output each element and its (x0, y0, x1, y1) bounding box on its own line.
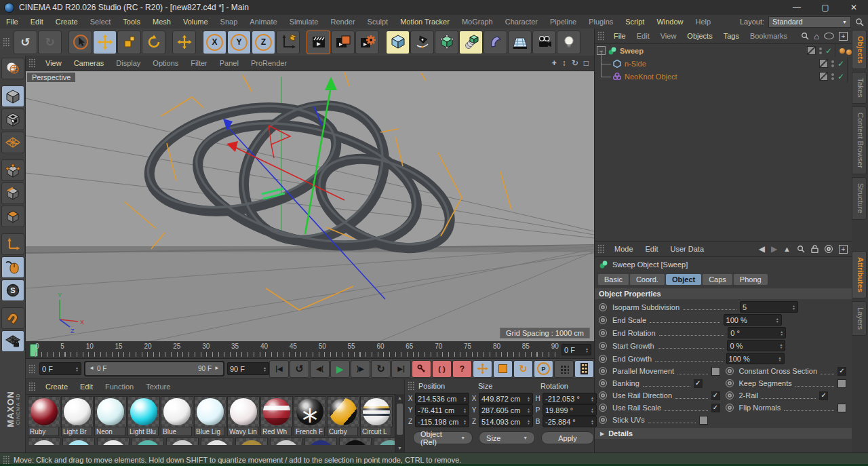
rotation-field[interactable]: -212.053 °▲▼ (542, 393, 597, 404)
keyframe-dot-icon[interactable] (599, 404, 607, 412)
panel-tab[interactable]: Content Browser (852, 106, 867, 174)
current-frame-field[interactable]: 0 F ▲▼ (561, 344, 591, 355)
enable-axis-button[interactable] (1, 233, 24, 255)
keyframe-dot-icon[interactable] (599, 416, 607, 424)
toggle-view-icon[interactable]: □ (584, 58, 589, 68)
spinner[interactable]: ▲▼ (780, 330, 783, 336)
object-row-nside[interactable]: n-Side ✓ (595, 57, 852, 70)
viewport-menu-item[interactable]: Panel (214, 59, 245, 67)
visibility-toggles[interactable] (831, 60, 834, 67)
om-menu-item[interactable]: Objects (682, 32, 717, 40)
autokey-button[interactable]: ( ) (432, 360, 452, 378)
field-input[interactable]: 5 ▲▼ (740, 301, 798, 313)
viewport-menu-item[interactable]: Options (146, 59, 184, 67)
size-field[interactable]: 449.872 cm▲▼ (479, 393, 533, 404)
material-item[interactable]: Red Wh (260, 396, 293, 436)
next-key-button[interactable]: ↻ (371, 360, 391, 378)
material-item[interactable] (339, 438, 372, 445)
floor-environment-button[interactable] (508, 31, 532, 54)
keyframe-dot-icon[interactable] (599, 391, 607, 400)
attribute-tab[interactable]: Caps (703, 274, 732, 285)
material-item[interactable] (166, 438, 199, 445)
model-mode-button[interactable] (1, 85, 24, 107)
keyframe-selection-button[interactable]: ? (452, 360, 472, 378)
menu-item[interactable]: MoGraph (456, 18, 499, 26)
material-item[interactable]: Blue (161, 396, 193, 436)
minimize-button[interactable]: — (783, 1, 811, 15)
material-item[interactable]: French F (294, 396, 326, 436)
panel-grip[interactable] (28, 382, 36, 391)
edges-mode-button[interactable] (1, 182, 24, 204)
attribute-tab[interactable]: Object (666, 274, 701, 285)
points-mode-button[interactable] (1, 159, 24, 181)
material-menu-item[interactable]: Create (39, 383, 74, 391)
om-menu-item[interactable]: View (655, 32, 682, 40)
lock-icon[interactable] (811, 245, 818, 253)
menu-item[interactable]: Character (499, 18, 544, 26)
home-icon[interactable]: ⌂ (814, 31, 819, 41)
history-back-icon[interactable]: ◀ (759, 244, 765, 254)
material-thumbnail[interactable] (94, 396, 127, 427)
keyframe-dot-icon[interactable] (599, 379, 607, 387)
viewport-canvas[interactable]: Y X Z Perspective Grid Spacing : 1000 cm (26, 71, 594, 342)
spinner[interactable]: ▲▼ (778, 356, 782, 362)
add-panel-icon[interactable]: + (839, 245, 848, 254)
camera-label[interactable]: Perspective (27, 73, 75, 82)
menu-item[interactable]: Pipeline (544, 18, 583, 26)
magnet-snap-button[interactable] (1, 307, 24, 329)
panel-tab[interactable]: Structure (852, 177, 867, 220)
material-item[interactable]: Wavy Lin (227, 396, 260, 436)
material-thumbnail[interactable] (294, 396, 326, 427)
attribute-tab[interactable]: Phong (734, 274, 768, 285)
rotation-field[interactable]: -25.884 °▲▼ (542, 416, 597, 427)
keyframe-dot-icon[interactable] (726, 379, 734, 387)
spinner[interactable]: ▲▼ (779, 343, 783, 349)
menu-item[interactable]: Sculpt (361, 18, 395, 26)
enabled-check-icon[interactable]: ✓ (837, 59, 847, 69)
size-field[interactable]: 514.093 cm▲▼ (479, 416, 533, 427)
menu-item[interactable]: Edit (24, 18, 50, 26)
om-menu-item[interactable]: File (608, 32, 631, 40)
viewport-menu-item[interactable]: Cameras (68, 59, 111, 67)
spinner[interactable]: ▲▼ (776, 317, 779, 323)
live-selection-button[interactable] (68, 31, 92, 54)
previous-key-button[interactable]: ↺ (290, 360, 309, 378)
rotation-field[interactable]: 19.899 °▲▼ (542, 404, 597, 416)
scrollbar-thumb[interactable] (397, 404, 403, 435)
am-menu-item[interactable]: User Data (665, 245, 711, 253)
menu-item[interactable]: Motion Tracker (394, 18, 456, 26)
size-field[interactable]: 287.605 cm▲▼ (479, 404, 533, 416)
add-cube-button[interactable] (386, 31, 410, 54)
coordinate-system-button[interactable] (276, 31, 300, 54)
material-item[interactable]: Light Br (61, 396, 94, 436)
point-level-animation-toggle[interactable] (554, 360, 574, 378)
frame-range-slider[interactable]: ◄0 F 90 F► (84, 361, 224, 376)
menu-item[interactable]: Select (84, 18, 117, 26)
material-item[interactable]: Ruby (28, 396, 60, 436)
coordinate-mode-dropdown[interactable]: Object (Rel)▼ (413, 431, 473, 444)
spinner[interactable]: ▲▼ (263, 366, 267, 372)
light-button[interactable] (557, 31, 580, 54)
object-row-sweep[interactable]: − Sweep ✓ (595, 44, 852, 57)
material-item[interactable] (132, 438, 164, 445)
layer-swatch[interactable] (807, 46, 816, 55)
maximize-button[interactable]: ▢ (811, 1, 840, 15)
play-button[interactable]: ▶ (330, 360, 350, 378)
keyframe-dot-icon[interactable] (599, 342, 607, 350)
material-item[interactable] (270, 438, 302, 445)
size-mode-dropdown[interactable]: Size▼ (479, 431, 535, 444)
material-thumbnail[interactable] (227, 396, 260, 427)
bend-deformer-button[interactable] (484, 31, 507, 54)
menu-item[interactable]: Script (619, 18, 650, 26)
menu-item[interactable]: Mesh (146, 18, 177, 26)
eye-icon[interactable] (824, 33, 834, 39)
panel-grip[interactable] (597, 244, 605, 254)
keyframe-dot-icon[interactable] (599, 329, 607, 337)
polygons-mode-button[interactable] (1, 206, 24, 227)
previous-frame-button[interactable]: ◀( (310, 360, 330, 378)
viewport-menu-item[interactable]: Filter (184, 59, 213, 67)
range-right-arrow-icon[interactable]: ► (214, 365, 220, 372)
spinner[interactable]: ▲▼ (75, 366, 79, 372)
menu-item[interactable]: Simulate (283, 18, 325, 26)
material-item[interactable]: Curby (327, 396, 359, 436)
